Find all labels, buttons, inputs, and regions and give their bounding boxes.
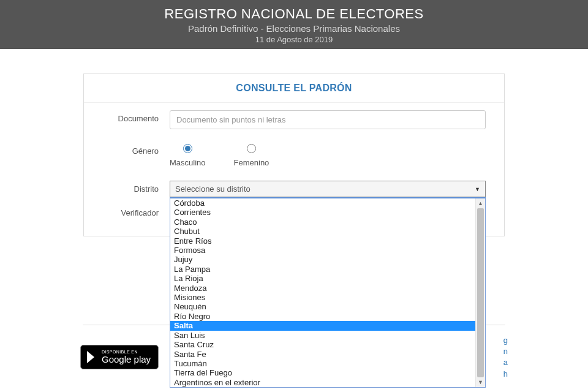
distrito-option[interactable]: Jujuy [170,255,475,264]
distrito-option[interactable]: Tucumán [170,359,475,368]
scroll-thumb[interactable] [477,208,484,377]
scroll-down-icon[interactable]: ▼ [476,377,485,387]
distrito-option[interactable]: Mendoza [170,284,475,293]
distrito-option[interactable]: Chaco [170,217,475,227]
distrito-option[interactable]: Misiones [170,293,475,302]
card-title: CONSULTE EL PADRÓN [84,74,504,102]
gplay-big-text: Google play [102,355,151,365]
distrito-option[interactable]: La Rioja [170,274,475,283]
distrito-option[interactable]: Salta [170,321,475,330]
footer-right-text: g n a h [503,335,508,380]
radio-masculino-label: Masculino [170,158,206,167]
distrito-option[interactable]: Santa Fe [170,350,475,359]
distrito-option[interactable]: Formosa [170,246,475,255]
radio-femenino-label: Femenino [234,158,270,167]
distrito-option[interactable]: Corrientes [170,208,475,217]
page-header: REGISTRO NACIONAL DE ELECTORES Padrón De… [0,0,588,49]
google-play-icon [86,350,98,364]
page-subtitle: Padrón Definitivo - Elecciones Primarias… [0,23,588,34]
genero-label: Género [102,143,170,156]
distrito-dropdown: CórdobaCorrientesChacoChubutEntre RíosFo… [170,197,486,388]
distrito-option[interactable]: Chubut [170,227,475,236]
distrito-selected-text: Seleccione su distrito [175,184,251,194]
scrollbar[interactable]: ▲ ▼ [475,198,485,387]
page-date: 11 de Agosto de 2019 [0,35,588,44]
distrito-option[interactable]: La Pampa [170,265,475,274]
distrito-option[interactable]: Tierra del Fuego [170,368,475,377]
radio-masculino-input[interactable] [183,144,192,153]
chevron-down-icon: ▼ [475,186,480,192]
radio-masculino[interactable]: Masculino [170,144,206,167]
radio-femenino[interactable]: Femenino [234,144,270,167]
radio-femenino-input[interactable] [247,144,256,153]
page-title: REGISTRO NACIONAL DE ELECTORES [0,6,588,22]
scroll-up-icon[interactable]: ▲ [476,198,485,208]
distrito-option[interactable]: Río Negro [170,312,475,321]
distrito-option[interactable]: Neuquén [170,302,475,311]
form-card: CONSULTE EL PADRÓN Documento Género Masc… [83,74,505,236]
distrito-option[interactable]: San Luis [170,331,475,340]
svg-marker-0 [87,351,94,363]
google-play-badge[interactable]: DISPONIBLE EN Google play [80,345,159,369]
documento-input[interactable] [170,110,486,129]
distrito-option[interactable]: Entre Ríos [170,236,475,246]
documento-label: Documento [102,110,170,123]
distrito-option[interactable]: Argentinos en el exterior [170,378,475,387]
distrito-option[interactable]: Santa Cruz [170,340,475,349]
verificador-label: Verificador [102,205,170,217]
distrito-option[interactable]: Córdoba [170,198,475,208]
distrito-select[interactable]: Seleccione su distrito ▼ [170,181,486,197]
distrito-label: Distrito [102,181,170,194]
